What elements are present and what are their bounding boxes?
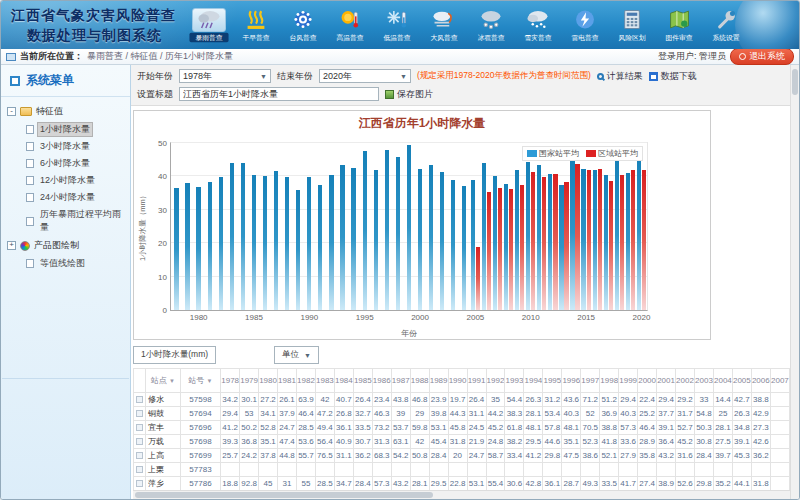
toolbar-item-wrench[interactable]: 系统设置 bbox=[703, 7, 749, 44]
year-column-header[interactable]: 1988 bbox=[410, 369, 429, 393]
toolbar-item-calculator[interactable]: 风险区划 bbox=[609, 7, 655, 44]
table-row[interactable]: 铜鼓5769429.45334.137.946.447.226.832.746.… bbox=[134, 407, 790, 421]
sidebar-item-历年暴雨过程平均雨量[interactable]: 历年暴雨过程平均雨量 bbox=[3, 206, 128, 236]
year-column-header[interactable]: 1993 bbox=[505, 369, 524, 393]
row-expand-icon[interactable] bbox=[136, 410, 143, 417]
table-row[interactable]: 万载5769839.336.835.147.453.656.440.930.73… bbox=[134, 435, 790, 449]
save-image-button[interactable]: 保存图片 bbox=[385, 88, 433, 101]
year-column-header[interactable]: 2001 bbox=[657, 369, 676, 393]
toolbar-item-hail-cloud[interactable]: 冰雹普查 bbox=[468, 7, 514, 44]
filter-arrow-icon[interactable]: ▼ bbox=[207, 378, 213, 384]
filter-arrow-icon[interactable]: ▼ bbox=[169, 378, 175, 384]
year-column-header[interactable]: 1981 bbox=[278, 369, 297, 393]
start-year-select[interactable]: 1978年 ▼ bbox=[179, 69, 271, 83]
table-row[interactable]: 修水5759834.230.127.226.163.94240.726.423.… bbox=[134, 393, 790, 407]
sidebar-node-特征值[interactable]: -特征值 bbox=[3, 102, 128, 121]
row-select-cell[interactable] bbox=[134, 449, 146, 463]
year-column-header[interactable]: 2002 bbox=[676, 369, 695, 393]
value-cell: 61.8 bbox=[505, 421, 524, 435]
year-column-header[interactable]: 2006 bbox=[751, 369, 770, 393]
toolbar-item-rain-cloud[interactable]: 暴雨普查 bbox=[186, 7, 232, 44]
year-column-header[interactable]: 1987 bbox=[391, 369, 410, 393]
sidebar-item-3小时降水量[interactable]: 3小时降水量 bbox=[3, 138, 128, 155]
toolbar-item-snow-thermometer[interactable]: 低温普查 bbox=[374, 7, 420, 44]
toolbar-item-heat-waves[interactable]: 干旱普查 bbox=[233, 7, 279, 44]
tree-toggle-icon[interactable]: - bbox=[7, 107, 16, 116]
year-column-header[interactable]: 1978 bbox=[221, 369, 240, 393]
tree-toggle-icon[interactable]: + bbox=[7, 241, 16, 250]
table-row[interactable]: 宜丰5769641.250.252.824.728.549.436.133.57… bbox=[134, 421, 790, 435]
vertical-scrollbar-thumb[interactable] bbox=[792, 69, 798, 95]
year-column-header[interactable]: 1989 bbox=[429, 369, 448, 393]
value-cell: 38.2 bbox=[505, 435, 524, 449]
row-select-cell[interactable] bbox=[134, 463, 146, 477]
year-column-header[interactable]: 1999 bbox=[619, 369, 638, 393]
x-tick-label: 1980 bbox=[190, 313, 208, 322]
table-row[interactable]: 上栗57783 bbox=[134, 463, 790, 477]
year-column-header[interactable]: 1997 bbox=[581, 369, 600, 393]
row-expand-icon[interactable] bbox=[136, 396, 143, 403]
value-cell bbox=[638, 463, 657, 477]
toolbar-item-sun-thermometer[interactable]: 高温普查 bbox=[327, 7, 373, 44]
year-column-header[interactable]: 1980 bbox=[259, 369, 278, 393]
row-expand-icon[interactable] bbox=[136, 466, 143, 473]
row-select-cell[interactable] bbox=[134, 407, 146, 421]
year-column-header[interactable]: 1998 bbox=[600, 369, 619, 393]
year-column-header[interactable]: 1986 bbox=[372, 369, 391, 393]
toolbar-item-map[interactable]: 图件审查 bbox=[656, 7, 702, 44]
toolbar-item-snow-cloud[interactable]: 雪灾普查 bbox=[515, 7, 561, 44]
year-column-header[interactable]: 1992 bbox=[486, 369, 505, 393]
year-column-header[interactable]: 2003 bbox=[694, 369, 713, 393]
year-column-header[interactable]: 1985 bbox=[353, 369, 372, 393]
sidebar-item-12小时降水量[interactable]: 12小时降水量 bbox=[3, 172, 128, 189]
end-year-select[interactable]: 2020年 ▼ bbox=[319, 69, 411, 83]
row-expand-icon[interactable] bbox=[136, 480, 143, 487]
year-column-header[interactable]: 2004 bbox=[713, 369, 732, 393]
sidebar-item-6小时降水量[interactable]: 6小时降水量 bbox=[3, 155, 128, 172]
year-column-header[interactable]: 1991 bbox=[467, 369, 486, 393]
year-column-header[interactable]: 2000 bbox=[638, 369, 657, 393]
table-row[interactable]: 上高5769925.724.237.844.855.776.531.136.26… bbox=[134, 449, 790, 463]
sidebar-item-24小时降水量[interactable]: 24小时降水量 bbox=[3, 189, 128, 206]
year-column-header[interactable]: 1983 bbox=[315, 369, 334, 393]
chart-title-input[interactable] bbox=[179, 87, 379, 101]
toolbar-item-typhoon-gear[interactable]: 台风普查 bbox=[280, 7, 326, 44]
year-column-header[interactable]: 1979 bbox=[240, 369, 259, 393]
blue-bar-1998 bbox=[396, 157, 400, 310]
year-column-header[interactable]: 1996 bbox=[562, 369, 581, 393]
year-column-header[interactable]: 1984 bbox=[334, 369, 353, 393]
breadcrumb[interactable]: 暴雨普查 / 特征值 / 历年1小时降水量 bbox=[87, 50, 233, 63]
location-label: 当前所在位置： bbox=[20, 50, 83, 63]
value-cell: 29.8 bbox=[543, 449, 562, 463]
sidebar-node-产品图绘制[interactable]: +产品图绘制 bbox=[3, 236, 128, 255]
year-column-header[interactable]: 2005 bbox=[732, 369, 751, 393]
station-id-column-header[interactable]: 站号 ▼ bbox=[180, 369, 220, 393]
table-row[interactable]: 萍乡5778618.892.845315528.534.728.457.343.… bbox=[134, 477, 790, 491]
toolbar-item-lightning[interactable]: 雷电普查 bbox=[562, 7, 608, 44]
horizontal-scrollbar[interactable] bbox=[133, 490, 790, 499]
sidebar-item-等值线绘图[interactable]: 等值线绘图 bbox=[3, 255, 128, 272]
logout-button[interactable]: 退出系统 bbox=[730, 48, 794, 65]
year-column-header[interactable]: 1994 bbox=[524, 369, 543, 393]
data-download-button[interactable]: 数据下载 bbox=[649, 70, 697, 83]
year-column-header[interactable]: 1995 bbox=[543, 369, 562, 393]
row-expand-icon[interactable] bbox=[136, 424, 143, 431]
year-column-header[interactable]: 2007 bbox=[770, 369, 789, 393]
station-column-header[interactable]: 站点 ▼ bbox=[146, 369, 181, 393]
horizontal-scrollbar-thumb[interactable] bbox=[135, 492, 433, 498]
vertical-scrollbar[interactable] bbox=[790, 65, 799, 499]
sidebar-item-1小时降水量[interactable]: 1小时降水量 bbox=[3, 121, 128, 138]
toolbar-item-wind-cloud[interactable]: 大风普查 bbox=[421, 7, 467, 44]
row-select-cell[interactable] bbox=[134, 393, 146, 407]
row-select-cell[interactable] bbox=[134, 421, 146, 435]
value-cell: 24.5 bbox=[467, 421, 486, 435]
row-expand-icon[interactable] bbox=[136, 438, 143, 445]
year-column-header[interactable]: 1982 bbox=[296, 369, 315, 393]
set-title-label: 设置标题 bbox=[137, 88, 173, 101]
row-expand-icon[interactable] bbox=[136, 452, 143, 459]
row-select-cell[interactable] bbox=[134, 477, 146, 491]
row-select-cell[interactable] bbox=[134, 435, 146, 449]
year-column-header[interactable]: 1990 bbox=[448, 369, 467, 393]
unit-dropdown[interactable]: 单位 ▼ bbox=[274, 346, 319, 364]
calc-result-button[interactable]: 计算结果 bbox=[597, 70, 643, 83]
